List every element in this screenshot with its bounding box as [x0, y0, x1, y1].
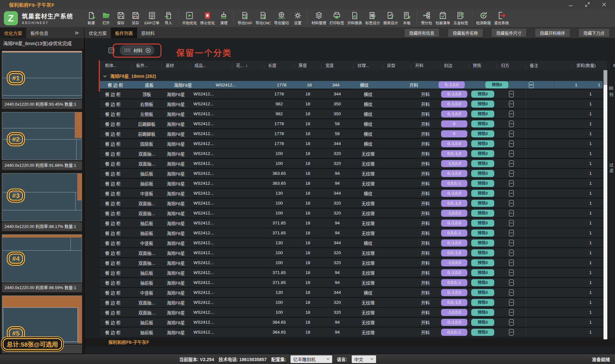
- toolbar-button-stop-optimize[interactable]: 停止优化: [199, 11, 217, 25]
- toolbar-button-cut-report[interactable]: 开料报表: [346, 11, 364, 25]
- toolbar-button-save-as[interactable]: 另存: [128, 11, 143, 25]
- toolbar-button-save[interactable]: 保存: [113, 11, 128, 25]
- close-button[interactable]: [602, 2, 607, 7]
- toolbar-button-export-cnc[interactable]: CNC导出CNC: [254, 11, 273, 25]
- toolbar-button-check-update[interactable]: 检测新版: [475, 11, 493, 25]
- toolbar-button-export-saw[interactable]: 导出锯切: [273, 11, 291, 25]
- sheet-card-3[interactable]: #3 2440.0x1220.00 利用率:88.17% 数量:1: [2, 173, 82, 231]
- left-tab-bar: 优化方案板件信息: [0, 28, 85, 38]
- hide-button-1[interactable]: 隐藏所有信息: [405, 29, 439, 37]
- column-header-8[interactable]: 宽度: [321, 63, 353, 69]
- minimize-button[interactable]: [568, 2, 573, 7]
- column-header-2[interactable]: 板件...: [132, 63, 161, 69]
- column-header-5[interactable]: 花...↓: [232, 63, 264, 69]
- sheet-card-4[interactable]: #4 2440.0x1220.00 利用率:86.59% 数量:1: [2, 234, 82, 292]
- sheet-card-2[interactable]: #2 2440.0x1220.00 利用率:91.66% 数量:1: [2, 112, 82, 170]
- table-row[interactable]: 餐边柜双面抽...海旭F8星WS2412...10018320无纹理开料0,0,…: [100, 149, 607, 158]
- column-header-16[interactable]: 求和(数量): [572, 63, 609, 69]
- table-row[interactable]: 餐边柜抽后板海旭F8星WS2412...364.651894无纹理开料0,-1,…: [100, 318, 607, 327]
- cell-premill: 预铣0: [469, 190, 497, 197]
- toolbar-button-exit[interactable]: 退出系统: [493, 11, 511, 25]
- toolbar-button-export-dxf[interactable]: DXF导出DXF: [236, 11, 254, 25]
- sheet-card-1[interactable]: #1 2440.0x1220.00 利用率:93.45% 数量:1: [2, 51, 82, 109]
- table-row[interactable]: 餐边柜双面抽...海旭F8星WS2412...10018320无纹理开料-1,0…: [100, 258, 607, 267]
- toolbar-button-new-file[interactable]: 新建: [84, 11, 99, 25]
- column-header-10[interactable]: 异型: [383, 63, 411, 69]
- table-row[interactable]: 餐边柜底板海旭F8星WS2412...177818344横纹开料0,-1,0,0…: [100, 81, 603, 89]
- toolbar-button-print-label[interactable]: 打印标签: [328, 11, 346, 25]
- grouping-chip-material[interactable]: 材料: [120, 45, 154, 55]
- table-row[interactable]: 餐边柜双面抽...海旭F8星WS2412...10018320无纹理开料0,0,…: [100, 248, 607, 257]
- table-group-row[interactable]: 海旭F8星_18mm (262): [100, 71, 607, 81]
- toolbar-button-open-file[interactable]: 打开: [99, 11, 113, 25]
- column-header-9[interactable]: 纹理...: [353, 63, 383, 69]
- toolbar-button-patch-board[interactable]: 补板: [400, 11, 414, 25]
- hide-button-5[interactable]: 隐藏下刀点: [579, 29, 609, 37]
- table-row[interactable]: 餐边柜中竖板海旭F8星WS2412...13018344横纹开料0,-1,0,0…: [100, 189, 607, 198]
- rail-tab-columns[interactable]: 列: [608, 86, 614, 98]
- table-row[interactable]: 餐边柜顶板海旭F8星WS2412...177818344横纹开料0,-1,0,0…: [100, 89, 607, 99]
- column-header-3[interactable]: 基材: [161, 63, 190, 69]
- table-row[interactable]: 餐边柜固层板海旭F8星WS2412...177818344横纹开料0,-1,0,…: [100, 139, 607, 148]
- table-row[interactable]: 餐边柜左侧板海旭F8星WS2412...98218350横纹开料0,-1,0,0…: [100, 109, 607, 118]
- table-row[interactable]: 餐边柜抽后板海旭F8星WS2412...371.851894无纹理开料0,-1,…: [100, 268, 607, 277]
- toolbar-button-settings[interactable]: 设置: [291, 11, 305, 25]
- cell-edge: 0,0,-1,0: [440, 150, 469, 157]
- table-row[interactable]: 餐边柜右侧板海旭F8星WS2412...98218350横纹开料0,-1,0,0…: [100, 99, 607, 109]
- column-header-12[interactable]: 封边: [440, 63, 469, 69]
- table-row[interactable]: 餐边柜双面抽...海旭F8星WS2412...10018320无纹理开料0,0,…: [100, 298, 607, 307]
- column-header-1[interactable]: 柜体...: [100, 63, 132, 69]
- cell-product: WS2412...: [190, 201, 232, 206]
- column-header-13[interactable]: 预铣: [469, 63, 497, 69]
- column-header-7[interactable]: 厚度: [294, 63, 321, 69]
- table-row[interactable]: 餐边柜中竖板海旭F8星WS2412...13018344横纹开料0,-1,0,0…: [100, 238, 607, 247]
- toolbar-button-clean[interactable]: 清理: [217, 11, 231, 25]
- rail-tab-filter[interactable]: 过滤: [608, 163, 614, 174]
- table-row[interactable]: 餐边柜抽前板海旭F8星WS2412...363.651894无纹理开料0,0,0…: [100, 179, 607, 188]
- config-select[interactable]: 亿丰雕刻机: [291, 355, 332, 363]
- column-header-6[interactable]: 长度: [264, 63, 294, 69]
- toolbar-button-packing-list[interactable]: 包装清单: [434, 11, 452, 25]
- main-tab-2[interactable]: 板件列表: [111, 28, 137, 38]
- table-row[interactable]: 餐边柜抽前板海旭F8星WS2412...364.651894无纹理开料0,0,0…: [100, 328, 607, 337]
- square-up-icon: [509, 220, 514, 226]
- table-row[interactable]: 餐边柜后踢脚板海旭F8星WS2412...17781858横纹开料0预铣016: [100, 119, 607, 128]
- table-row[interactable]: 餐边柜抽前板海旭F8星WS2412...371.851894无纹理开料0,0,0…: [100, 278, 607, 287]
- column-header-11[interactable]: 开料: [411, 63, 440, 69]
- table-row[interactable]: 餐边柜抽前板海旭F8星WS2412...371.851894无纹理开料0,0,0…: [100, 228, 607, 238]
- main-tab-1[interactable]: 优化方案: [85, 28, 111, 38]
- toolbar-button-hardware-label[interactable]: 五金标签: [452, 11, 470, 25]
- toolbar-group: 材料管理打印标签开料报表标签设计报表设计补板: [310, 11, 414, 25]
- toolbar-button-erp-order[interactable]: ERP订单: [143, 11, 161, 25]
- left-tab-1[interactable]: 优化方案: [0, 28, 26, 38]
- toolbar-button-start-optimize[interactable]: 开始优化: [181, 11, 199, 25]
- column-header-14[interactable]: 归方: [497, 63, 526, 69]
- table-row[interactable]: 餐边柜双面抽...海旭F8星WS2412...10018320无纹理开料-1,0…: [100, 208, 607, 218]
- hide-button-4[interactable]: 隐藏开料顺序: [535, 29, 570, 37]
- hide-button-3[interactable]: 隐藏板件尺寸: [492, 29, 526, 37]
- left-tab-2[interactable]: 板件信息: [26, 28, 53, 38]
- table-row[interactable]: 餐边柜双面抽...海旭F8星WS2412...10018320无纹理开料-1,0…: [100, 308, 607, 317]
- toolbar-button-material-manage[interactable]: 材料管理: [310, 11, 328, 25]
- hide-button-2[interactable]: 隐藏板件名称: [448, 29, 483, 37]
- toolbar-button-report-design[interactable]: 报表设计: [382, 11, 400, 25]
- table-row[interactable]: 餐边柜抽后板海旭F8星WS2412...363.651894无纹理开料0,-1,…: [100, 169, 607, 178]
- toolbar-button-label-design[interactable]: 标签设计: [364, 11, 382, 25]
- table-row[interactable]: 餐边柜前踢脚板海旭F8星WS2412...17781858横纹开料0预铣017: [100, 129, 607, 138]
- scrollbar-track[interactable]: [603, 85, 607, 339]
- toolbar-button-pre-pack[interactable]: 预分包: [419, 11, 434, 25]
- group-by-icon[interactable]: [108, 47, 114, 55]
- chip-close-icon[interactable]: [145, 48, 151, 53]
- main-tab-3[interactable]: 原材料: [137, 28, 159, 38]
- language-select[interactable]: 中文: [352, 355, 376, 363]
- column-header-4[interactable]: 成品...: [190, 63, 232, 69]
- table-row[interactable]: 餐边柜中竖板海旭F8星WS2412...13018344横纹开料0,-1,0,0…: [100, 288, 607, 297]
- table-row[interactable]: 餐边柜抽后板海旭F8星WS2412...371.851894无纹理开料0,-1,…: [100, 218, 607, 228]
- table-row[interactable]: 餐边柜双面抽...海旭F8星WS2412...10018320无纹理开料0,0,…: [100, 198, 607, 208]
- scrollbar-thumb[interactable]: [603, 70, 607, 85]
- toolbar-button-import[interactable]: XML导入: [161, 11, 176, 25]
- collapse-sidebar-icon[interactable]: [74, 28, 84, 38]
- maximize-button[interactable]: [585, 2, 590, 7]
- column-header-15[interactable]: 备注: [526, 63, 572, 69]
- table-row[interactable]: 餐边柜双面抽...海旭F8星WS2412...10018320无纹理开料-1,0…: [100, 159, 607, 168]
